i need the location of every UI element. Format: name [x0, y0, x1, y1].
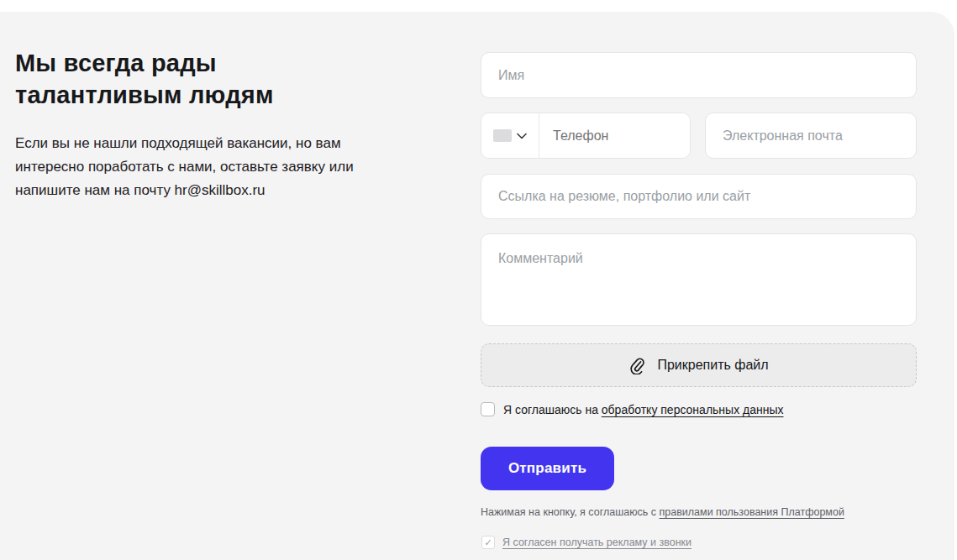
attach-file-label: Прикрепить файл	[657, 358, 768, 373]
consent-checkbox[interactable]	[481, 402, 495, 416]
platform-rules-link[interactable]: правилами пользования Платформой	[660, 506, 844, 518]
flag-placeholder-icon	[493, 129, 512, 142]
intro-description: Если вы не нашли подходящей вакансии, но…	[15, 132, 397, 202]
promo-consent-link[interactable]: Я согласен получать рекламу и звонки	[502, 536, 691, 548]
email-input[interactable]	[705, 113, 917, 159]
phone-email-row	[481, 113, 917, 159]
intro-section: Мы всегда рады талантливым людям Если вы…	[15, 47, 410, 202]
promo-checkbox[interactable]: ✓	[481, 536, 495, 549]
careers-panel: Мы всегда рады талантливым людям Если вы…	[0, 12, 954, 560]
attach-file-button[interactable]: Прикрепить файл	[481, 343, 917, 387]
personal-data-link[interactable]: обработку персональных данных	[602, 403, 784, 416]
legal-note: Нажимая на кнопку, я соглашаюсь с правил…	[481, 506, 917, 518]
checkmark-icon: ✓	[484, 537, 492, 548]
consent-row: Я соглашаюсь на обработку персональных д…	[481, 402, 917, 416]
application-form: Прикрепить файл Я соглашаюсь на обработк…	[481, 52, 917, 549]
resume-link-input[interactable]	[481, 174, 917, 219]
comment-textarea[interactable]	[481, 233, 917, 326]
consent-label: Я соглашаюсь на обработку персональных д…	[503, 403, 784, 416]
phone-field	[481, 113, 691, 159]
phone-input[interactable]	[539, 113, 690, 158]
paperclip-icon	[628, 357, 645, 374]
name-input[interactable]	[481, 52, 917, 98]
promo-consent-row: ✓ Я согласен получать рекламу и звонки	[481, 536, 917, 549]
country-code-select[interactable]	[481, 113, 539, 158]
chevron-down-icon	[517, 133, 527, 139]
submit-button[interactable]: Отправить	[481, 447, 614, 490]
page-title: Мы всегда рады талантливым людям	[15, 47, 292, 111]
